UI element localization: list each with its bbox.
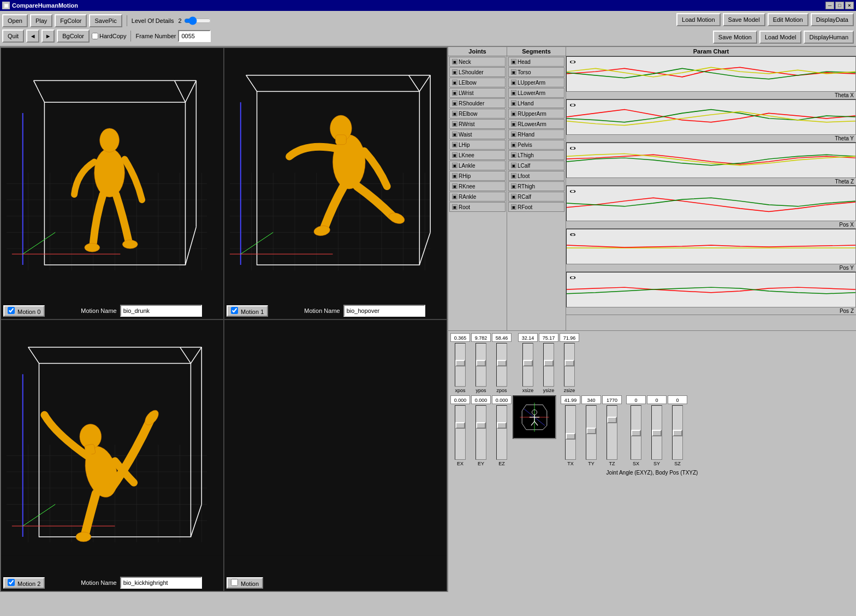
ypos-slider[interactable] [475,343,486,387]
hardcopy-checkbox[interactable] [92,33,98,39]
segment-btn-rhand[interactable]: ▣RHand [508,129,564,139]
play-button[interactable]: Play [30,14,52,27]
joint-btn-rshoulder[interactable]: ▣RShoulder [449,98,506,108]
close-button[interactable]: × [845,2,854,9]
joint-btn-lankle[interactable]: ▣LAnkle [449,161,506,170]
level-of-details-label: Level Of Details [132,17,174,24]
zsize-slider[interactable] [564,343,575,387]
segment-btn-rthigh[interactable]: ▣RThigh [508,181,564,191]
zpos-slider[interactable] [496,343,507,387]
segments-header: Segments [507,47,566,56]
viewport-3-motion-button[interactable]: Motion [227,577,263,589]
viewport-2[interactable]: Motion 2 Motion Name [1,319,224,591]
joint-btn-lelbow[interactable]: ▣LElbow [449,78,506,87]
viewport-3[interactable]: Motion [224,319,447,591]
joint-btn-neck[interactable]: ▣Neck [449,57,506,67]
display-human-button[interactable]: DisplayHuman [804,31,854,44]
ey-slider[interactable] [475,405,486,460]
frame-number-input[interactable] [178,30,211,42]
ez-slider[interactable] [496,405,507,460]
viewport-2-motion-name-input[interactable] [120,577,202,589]
xpos-slider[interactable] [455,343,466,387]
sz-slider[interactable] [672,405,683,460]
main-content: Motion 0 Motion Name [0,47,856,592]
window-controls[interactable]: ─ □ × [825,2,854,9]
joint-btn-lhip[interactable]: ▣LHip [449,140,506,150]
joint-btn-root[interactable]: ▣Root [449,202,506,212]
segment-btn-rfoot[interactable]: ▣RFoot [508,202,564,212]
minimize-button[interactable]: ─ [825,2,834,9]
joint-btn-rwrist[interactable]: ▣RWrist [449,119,506,129]
maximize-button[interactable]: □ [835,2,844,9]
save-model-button[interactable]: Save Model [723,13,765,26]
xsize-slider[interactable] [522,343,533,387]
segments-panel: Segments ▣Head▣Torso▣LUpperArm▣LLowerArm… [507,47,566,330]
xpos-slider-group: 0.365 xpos [450,333,470,393]
viewport-1-checkbox[interactable] [231,307,238,314]
viewport-0-checkbox[interactable] [8,307,15,314]
save-motion-button[interactable]: Save Motion [713,31,757,44]
ysize-slider[interactable] [543,343,554,387]
segment-btn-rupperarm[interactable]: ▣RUpperArm [508,109,564,119]
viewport-2-checkbox[interactable] [8,579,15,586]
joint-btn-rhip[interactable]: ▣RHip [449,171,506,181]
savepic-button[interactable]: SavePic [89,14,122,27]
segment-btn-lthigh[interactable]: ▣LThigh [508,150,564,160]
segment-btn-head[interactable]: ▣Head [508,57,564,67]
joint-btn-rknee[interactable]: ▣RKnee [449,181,506,191]
segment-btn-rlowerarm[interactable]: ▣RLowerArm [508,119,564,129]
prev-button[interactable]: ◄ [26,29,39,43]
theta-z-section: 0 Theta Z [566,143,856,186]
joints-list: ▣Neck▣LShoulder▣LElbow▣LWrist▣RShoulder▣… [448,56,507,212]
sx-slider[interactable] [631,405,641,460]
svg-text:0: 0 [569,146,576,150]
segment-btn-lcalf[interactable]: ▣LCalf [508,161,564,170]
segments-list: ▣Head▣Torso▣LUpperArm▣LLowerArm▣LHand▣RU… [507,56,566,212]
open-button[interactable]: Open [2,14,28,27]
viewport-2-motion-button[interactable]: Motion 2 [3,577,45,589]
viewport-1[interactable]: Motion 1 Motion Name [224,48,447,319]
segment-btn-pelvis[interactable]: ▣Pelvis [508,140,564,150]
tz-slider[interactable] [607,405,617,460]
joint-btn-waist[interactable]: ▣Waist [449,129,506,139]
display-data-button[interactable]: DisplayData [811,13,854,26]
segment-btn-llowerarm[interactable]: ▣LLowerArm [508,88,564,98]
svg-rect-97 [567,143,855,177]
load-model-button[interactable]: Load Model [759,31,802,44]
ty-slider-group: 340 TY [581,395,601,466]
joints-panel: Joints ▣Neck▣LShoulder▣LElbow▣LWrist▣RSh… [448,47,507,330]
viewport-0-motion-name-input[interactable] [120,305,202,317]
bgcolor-button[interactable]: BgColor [57,29,90,43]
viewport-1-motion-button[interactable]: Motion 1 [227,305,268,317]
joint-btn-relbow[interactable]: ▣RElbow [449,109,506,119]
fgcolor-button[interactable]: FgColor [55,14,87,27]
segment-btn-lfoot[interactable]: ▣Lfoot [508,171,564,181]
level-slider[interactable] [184,16,211,25]
tx-slider[interactable] [565,405,576,460]
svg-rect-92 [224,320,447,556]
load-motion-button[interactable]: Load Motion [676,13,721,26]
viewport-1-motion-name-input[interactable] [343,305,425,317]
viewport-3-checkbox[interactable] [231,579,238,586]
next-button[interactable]: ► [41,29,55,43]
ex-slider[interactable] [455,405,466,460]
edit-motion-button[interactable]: Edit Motion [768,13,809,26]
viewport-0[interactable]: Motion 0 Motion Name [1,48,224,319]
segment-btn-rcalf[interactable]: ▣RCalf [508,192,564,202]
joint-btn-lknee[interactable]: ▣LKnee [449,150,506,160]
segment-btn-torso[interactable]: ▣Torso [508,67,564,77]
hardcopy-checkbox-label[interactable]: HardCopy [92,33,127,39]
ty-slider[interactable] [586,405,597,460]
viewport-2-motion-text: Motion 2 [17,581,40,587]
sy-slider[interactable] [651,405,662,460]
segment-btn-lupperarm[interactable]: ▣LUpperArm [508,78,564,87]
joint-btn-rankle[interactable]: ▣RAnkle [449,192,506,202]
ey-value: 0.000 [471,395,491,404]
theta-x-section: 0 Theta X [566,56,856,99]
quit-button[interactable]: Quit [2,29,24,43]
pos-x-section: 0 Pos X [566,186,856,229]
joint-btn-lshoulder[interactable]: ▣LShoulder [449,67,506,77]
joint-btn-lwrist[interactable]: ▣LWrist [449,88,506,98]
viewport-0-motion-button[interactable]: Motion 0 [3,305,45,317]
segment-btn-lhand[interactable]: ▣LHand [508,98,564,108]
